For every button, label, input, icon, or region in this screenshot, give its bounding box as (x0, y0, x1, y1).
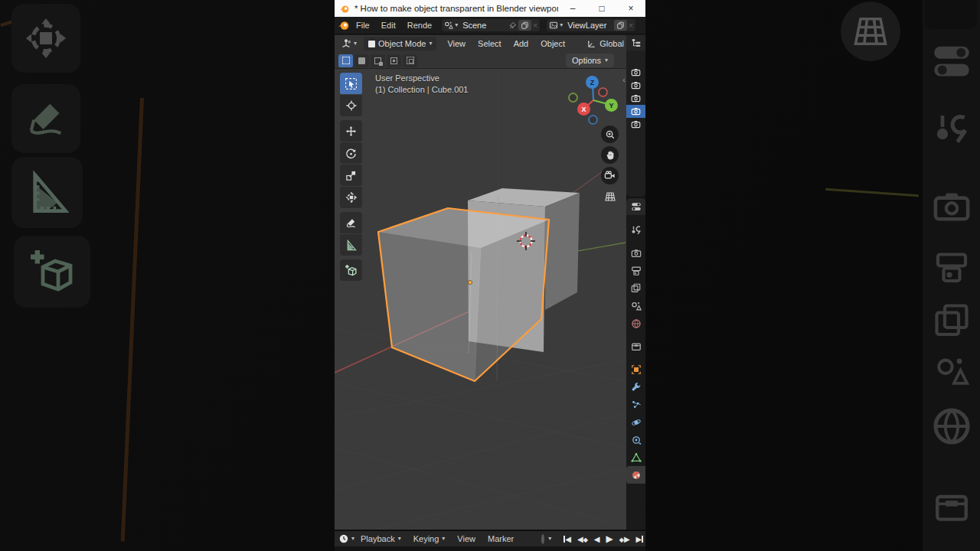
menu-add[interactable]: Add (508, 37, 535, 50)
menu-render[interactable]: Rende (402, 19, 437, 31)
gizmo-neg-z-axis[interactable] (588, 115, 598, 125)
tab-scene[interactable] (626, 297, 645, 315)
tab-material[interactable] (626, 466, 645, 484)
gizmo-neg-x-axis[interactable] (598, 87, 608, 97)
prev-keyframe-button[interactable]: ◀◆ (576, 534, 590, 544)
select-mode-invert[interactable] (387, 54, 401, 67)
menu-view[interactable]: View (441, 37, 472, 50)
view-layer-selector[interactable]: ▾ ViewLayer × (546, 18, 636, 32)
select-mode-subtract[interactable] (371, 54, 385, 67)
outliner-row-camera-toggle[interactable] (626, 92, 645, 105)
triangle-right-icon: ▶ (606, 533, 613, 544)
scene-props-icon (631, 301, 642, 311)
tab-render[interactable] (626, 244, 645, 262)
chevron-down-icon: ▾ (398, 536, 401, 542)
select-mode-intersect[interactable] (403, 54, 417, 67)
editor-type-button[interactable]: ▾ (338, 38, 359, 49)
orientation-selector[interactable]: Global ▾ (586, 39, 630, 49)
tab-object[interactable] (626, 360, 645, 378)
pin-icon[interactable] (508, 21, 517, 30)
3d-viewport[interactable]: User Perspective (1) Collection | Cube.0… (335, 69, 626, 530)
play-button[interactable]: ▶ (605, 533, 615, 545)
tab-view-layer[interactable] (626, 279, 645, 297)
timeline-bar: ▾ Playback ▾ Keying ▾ View Marker ▾ ◀ ◀◆… (335, 530, 645, 546)
chevron-down-icon: ▾ (560, 22, 563, 28)
sidebar-toggle-arrow[interactable]: ‹ (622, 75, 626, 84)
status-strip (335, 546, 645, 551)
tool-transform[interactable] (340, 187, 362, 208)
zoom-button[interactable] (601, 126, 619, 143)
timeline-menu-view[interactable]: View (451, 533, 482, 545)
menu-edit[interactable]: Edit (376, 19, 401, 31)
hand-icon (605, 150, 616, 161)
tab-collection[interactable] (626, 337, 645, 355)
tab-tool[interactable] (626, 221, 645, 239)
outliner-row-camera-toggle[interactable] (626, 118, 645, 131)
new-view-layer-button[interactable] (614, 20, 627, 31)
tool-add-cube[interactable] (340, 259, 362, 281)
camera-icon (631, 67, 641, 77)
gizmo-neg-y-axis[interactable] (568, 93, 578, 103)
auto-keying-record-icon[interactable] (541, 534, 544, 544)
next-keyframe-button[interactable]: ◆▶ (618, 534, 632, 544)
tool-measure[interactable] (340, 234, 362, 256)
backdrop-transform-icon (11, 4, 80, 73)
outliner-row-camera-toggle[interactable] (626, 66, 645, 79)
perspective-toggle-button[interactable] (601, 187, 619, 205)
selected-transparent-cube[interactable] (378, 208, 549, 381)
triangle-left-icon: ◀ (577, 535, 583, 543)
tab-output[interactable] (626, 262, 645, 279)
timeline-menu-playback[interactable]: Playback ▾ (354, 533, 407, 545)
marker-label: Marker (488, 534, 514, 543)
close-button[interactable]: × (616, 0, 645, 17)
timeline-editor-button[interactable]: ▾ (338, 533, 354, 544)
select-mode-extend[interactable] (354, 54, 369, 67)
tool-annotate[interactable] (340, 212, 362, 233)
tab-constraints[interactable] (626, 431, 645, 448)
outliner-row-camera-toggle[interactable] (626, 79, 645, 92)
new-scene-button[interactable] (518, 20, 531, 31)
viewport-header: ▾ Object Mode ▾ View Select Add Object G… (335, 35, 645, 69)
orientation-label: Global (599, 39, 624, 48)
tab-particles[interactable] (626, 396, 645, 413)
gizmo-x-axis[interactable]: X (577, 103, 590, 116)
tab-modifiers[interactable] (626, 378, 645, 396)
play-reverse-button[interactable]: ◀ (593, 534, 602, 544)
top-menubar: File Edit Rende ▾ Scene × ▾ ViewLayer × (335, 17, 645, 34)
copy-icon (521, 21, 529, 30)
gizmo-z-axis[interactable]: Z (586, 76, 599, 89)
outliner-row-camera-toggle-active[interactable] (626, 105, 645, 118)
navigation-gizmo[interactable]: Z Y X (564, 69, 624, 129)
tool-select-box[interactable] (340, 73, 362, 94)
pan-button[interactable] (601, 146, 619, 164)
maximize-button[interactable]: □ (587, 0, 616, 17)
minimize-button[interactable]: – (558, 0, 587, 17)
gizmo-y-axis[interactable]: Y (605, 99, 618, 112)
jump-to-end-button[interactable]: ▶ (635, 534, 645, 544)
timeline-menu-keying[interactable]: Keying ▾ (407, 533, 452, 545)
options-button[interactable]: Options ▾ (566, 54, 614, 67)
tab-object-data[interactable] (626, 448, 645, 466)
menu-object[interactable]: Object (534, 37, 571, 50)
timeline-menu-marker[interactable]: Marker (482, 533, 520, 545)
mode-selector[interactable]: Object Mode ▾ (364, 37, 436, 51)
jump-to-start-button[interactable]: ◀ (562, 534, 573, 544)
tool-scale[interactable] (340, 165, 362, 186)
menu-select[interactable]: Select (472, 37, 508, 50)
scene-selector[interactable]: ▾ Scene × (441, 18, 541, 32)
tool-rotate[interactable] (340, 142, 362, 164)
tool-move[interactable] (340, 120, 362, 142)
select-mode-set[interactable] (338, 54, 353, 67)
particles-icon (631, 399, 642, 410)
tab-physics[interactable] (626, 413, 645, 431)
tab-world[interactable] (626, 315, 645, 332)
camera-view-button[interactable] (601, 167, 619, 184)
outliner-editor-button[interactable] (626, 35, 645, 51)
measure-icon (345, 240, 357, 251)
menu-file[interactable]: File (351, 19, 375, 31)
render-camera-icon (631, 248, 642, 259)
tool-cursor[interactable] (340, 95, 362, 116)
properties-editor-button[interactable] (626, 198, 645, 215)
3d-viewport-canvas[interactable] (335, 69, 626, 530)
blender-menu-icon[interactable] (338, 19, 350, 31)
